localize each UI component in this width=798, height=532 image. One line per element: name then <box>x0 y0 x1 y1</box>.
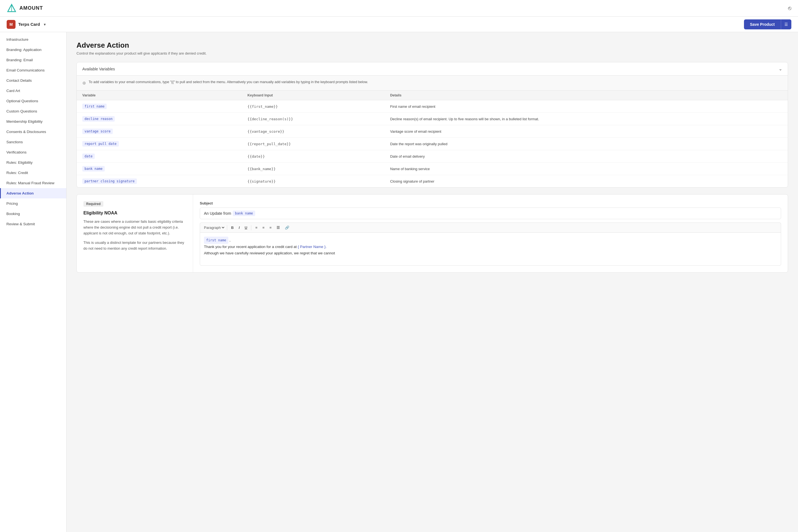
required-badge: Required <box>83 201 103 207</box>
eligibility-noaa-section: Required Eligibility NOAA These are case… <box>76 194 788 273</box>
noaa-inner: Required Eligibility NOAA These are case… <box>77 194 788 272</box>
var-keyboard-text: {{first_name}} <box>247 104 278 109</box>
chevron-down-icon: ⌄ <box>779 66 782 72</box>
var-keyboard-text: {{bank_name}} <box>247 167 276 171</box>
noaa-left-panel: Required Eligibility NOAA These are case… <box>77 194 193 272</box>
amount-logo-icon <box>7 3 17 13</box>
page-title: Adverse Action <box>76 41 788 50</box>
subject-prefix: An Update from <box>204 211 231 215</box>
editor-partner-name: { Partner Name }. <box>298 245 326 249</box>
save-btn-group: Save Product ☰ <box>744 19 791 30</box>
align-right-button[interactable]: ≡ <box>267 225 274 231</box>
var-keyboard-text: {{report_pull_date}} <box>247 142 291 146</box>
variables-panel-header[interactable]: Available Variables ⌄ <box>77 62 788 76</box>
sidebar-item-contact-details[interactable]: Contact Details <box>0 75 66 86</box>
var-details: Name of banking service <box>385 163 788 175</box>
italic-button[interactable]: I <box>236 225 242 231</box>
var-keyboard: {{vantage_score}} <box>242 125 385 138</box>
page-subtitle: Control the explanations your product wi… <box>76 51 788 55</box>
col-keyboard: Keyboard Input <box>242 91 385 100</box>
sidebar-item-rules-credit[interactable]: Rules: Credit <box>0 168 66 178</box>
main-layout: InfrastructureBranding: ApplicationBrand… <box>0 32 798 532</box>
var-keyboard-text: {{vantage_score}} <box>247 129 284 134</box>
editor-first-name-var: first name <box>204 236 228 244</box>
var-details: Date the report was originally pulled <box>385 138 788 150</box>
product-selector[interactable]: M Terps Card ▾ <box>7 20 46 29</box>
sidebar-item-email-communications[interactable]: Email Communications <box>0 65 66 75</box>
save-product-menu-button[interactable]: ☰ <box>781 19 791 30</box>
noaa-desc-1: These are cases where a customer fails b… <box>83 219 186 236</box>
subject-field[interactable]: An Update from bank name <box>200 208 781 219</box>
table-row: decline reason {{decline_reason(s)}} Dec… <box>77 113 788 125</box>
editor-comma: , <box>229 238 230 242</box>
noaa-title: Eligibility NOAA <box>83 211 186 215</box>
sidebar-item-consents-disclosures[interactable]: Consents & Disclosures <box>0 127 66 137</box>
sidebar-item-sanctions[interactable]: Sanctions <box>0 137 66 147</box>
product-caret-icon[interactable]: ▾ <box>44 22 46 26</box>
variables-panel: Available Variables ⌄ ⊕ To add variables… <box>76 62 788 188</box>
var-name: report pull date <box>77 138 242 150</box>
variables-info-bar: ⊕ To add variables to your email communi… <box>77 76 788 91</box>
var-name: vantage score <box>77 125 242 138</box>
sidebar-item-pricing[interactable]: Pricing <box>0 198 66 209</box>
col-details: Details <box>385 91 788 100</box>
top-nav: AMOUNT ⎋ <box>0 0 798 17</box>
var-details: Closing signature of partner <box>385 175 788 188</box>
sidebar-item-branding-email[interactable]: Branding: Email <box>0 55 66 65</box>
sidebar-item-custom-questions[interactable]: Custom Questions <box>0 106 66 116</box>
var-name: first name <box>77 100 242 113</box>
table-row: first name {{first_name}} First name of … <box>77 100 788 113</box>
editor-body[interactable]: first name , Thank you for your recent a… <box>200 232 781 266</box>
product-icon: M <box>7 20 16 29</box>
var-keyboard: {{date}} <box>242 150 385 163</box>
logo-area: AMOUNT <box>7 3 43 13</box>
bold-button[interactable]: B <box>229 225 236 231</box>
sidebar-item-branding-application[interactable]: Branding: Application <box>0 44 66 55</box>
list-button[interactable]: ☰ <box>274 225 282 231</box>
noaa-right-panel: Subject An Update from bank name Paragra… <box>193 194 788 272</box>
sidebar-item-verifications[interactable]: Verifications <box>0 147 66 157</box>
link-button[interactable]: 🔗 <box>283 225 291 231</box>
sidebar: InfrastructureBranding: ApplicationBrand… <box>0 32 66 532</box>
table-row: report pull date {{report_pull_date}} Da… <box>77 138 788 150</box>
info-icon: ⊕ <box>82 80 86 87</box>
var-name: partner closing signature <box>77 175 242 188</box>
sidebar-item-membership-eligibility[interactable]: Membership Eligibility <box>0 116 66 127</box>
sidebar-item-review-submit[interactable]: Review & Submit <box>0 219 66 229</box>
logout-icon[interactable]: ⎋ <box>788 5 791 11</box>
variables-info-text: To add variables to your email communica… <box>89 79 368 85</box>
main-content: Adverse Action Control the explanations … <box>66 32 798 532</box>
sidebar-item-adverse-action[interactable]: Adverse Action <box>0 188 66 198</box>
align-center-button[interactable]: ≡ <box>260 225 267 231</box>
table-row: partner closing signature {{signature}} … <box>77 175 788 188</box>
var-name: bank name <box>77 163 242 175</box>
paragraph-select[interactable]: Paragraph <box>203 225 225 230</box>
table-header-row: Variable Keyboard Input Details <box>77 91 788 100</box>
sub-nav: M Terps Card ▾ Save Product ☰ <box>0 17 798 32</box>
var-tag: first name <box>82 103 107 109</box>
var-details: Date of email delivery <box>385 150 788 163</box>
var-details: First name of email recipient <box>385 100 788 113</box>
sidebar-item-card-art[interactable]: Card Art <box>0 86 66 96</box>
sidebar-item-infrastructure[interactable]: Infrastructure <box>0 34 66 44</box>
noaa-desc-2: This is usually a distinct template for … <box>83 240 186 252</box>
var-tag: bank name <box>82 166 105 172</box>
var-tag: report pull date <box>82 141 119 147</box>
var-tag: date <box>82 153 95 159</box>
col-variable: Variable <box>77 91 242 100</box>
sidebar-item-rules-manual-fraud-review[interactable]: Rules: Manual Fraud Review <box>0 178 66 188</box>
var-name: date <box>77 150 242 163</box>
var-keyboard: {{decline_reason(s)}} <box>242 113 385 125</box>
sidebar-item-rules-eligibility[interactable]: Rules: Eligibility <box>0 157 66 168</box>
variables-table: Variable Keyboard Input Details first na… <box>77 91 788 187</box>
var-keyboard: {{bank_name}} <box>242 163 385 175</box>
sidebar-item-optional-questions[interactable]: Optional Questions <box>0 96 66 106</box>
var-keyboard-text: {{signature}} <box>247 179 276 184</box>
table-row: vantage score {{vantage_score}} Vantage … <box>77 125 788 138</box>
save-product-button[interactable]: Save Product <box>744 19 781 30</box>
editor-text-2: Thank you for your recent application fo… <box>204 245 297 249</box>
align-left-button[interactable]: ≡ <box>253 225 260 231</box>
var-details: Vantage score of email recipient <box>385 125 788 138</box>
sidebar-item-booking[interactable]: Booking <box>0 209 66 219</box>
underline-button[interactable]: U <box>243 225 249 231</box>
